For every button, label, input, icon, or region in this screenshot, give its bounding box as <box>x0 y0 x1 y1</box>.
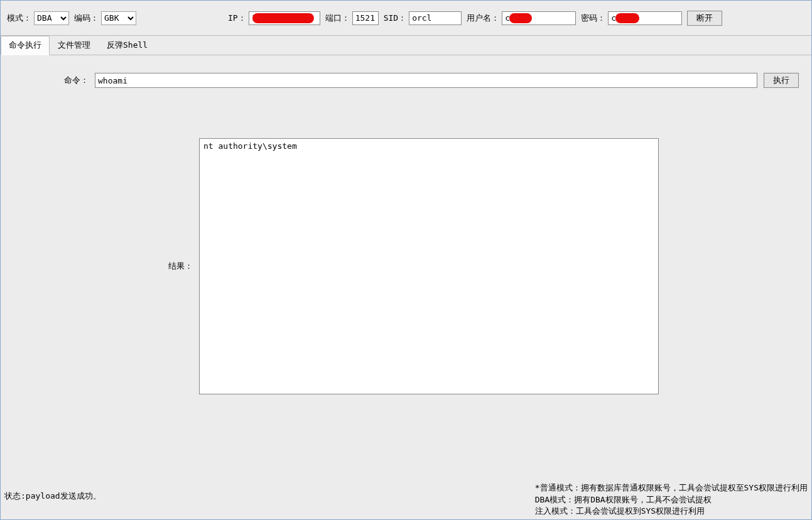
sid-input[interactable] <box>409 11 462 25</box>
command-label: 命令： <box>13 75 89 86</box>
password-label: 密码： <box>581 13 605 24</box>
command-row: 命令： 执行 <box>13 73 799 88</box>
tab-content: 命令： 执行 结果： nt authority\system <box>1 55 811 401</box>
mode-help-text: *普通模式：拥有数据库普通权限账号，工具会尝试提权至SYS权限进行利用 DBA模… <box>535 482 808 517</box>
username-label: 用户名： <box>467 13 499 24</box>
help-line-normal: *普通模式：拥有数据库普通权限账号，工具会尝试提权至SYS权限进行利用 <box>535 482 808 494</box>
result-output[interactable]: nt authority\system <box>199 138 659 394</box>
sid-label: SID： <box>384 13 406 24</box>
tab-file-manage[interactable]: 文件管理 <box>50 36 99 55</box>
encoding-label: 编码： <box>74 13 99 24</box>
mode-label: 模式： <box>7 13 31 24</box>
encoding-select[interactable]: GBK <box>101 11 136 25</box>
help-line-inject: 注入模式：工具会尝试提权到SYS权限进行利用 <box>535 506 808 517</box>
result-row: 结果： nt authority\system <box>13 138 799 394</box>
port-input[interactable] <box>352 11 379 25</box>
tab-cmd-execute[interactable]: 命令执行 <box>1 36 50 55</box>
result-label: 结果： <box>13 261 193 272</box>
status-text: 状态:payload发送成功。 <box>4 490 101 502</box>
execute-button[interactable]: 执行 <box>764 73 799 88</box>
port-label: 端口： <box>325 13 350 24</box>
help-line-dba: DBA模式：拥有DBA权限账号，工具不会尝试提权 <box>535 494 808 506</box>
tab-bar: 命令执行 文件管理 反弹Shell <box>1 36 811 55</box>
disconnect-button[interactable]: 断开 <box>687 11 722 26</box>
connection-toolbar: 模式： DBA 编码： GBK IP： 端口： SID： 用户名： 密码： <box>1 1 811 36</box>
mode-select[interactable]: DBA <box>34 11 69 25</box>
tab-reverse-shell[interactable]: 反弹Shell <box>99 36 156 55</box>
redaction-mark <box>509 13 532 23</box>
redaction-mark <box>252 13 314 23</box>
redaction-mark <box>615 13 639 23</box>
command-input[interactable] <box>95 73 757 88</box>
ip-label: IP： <box>228 13 246 24</box>
